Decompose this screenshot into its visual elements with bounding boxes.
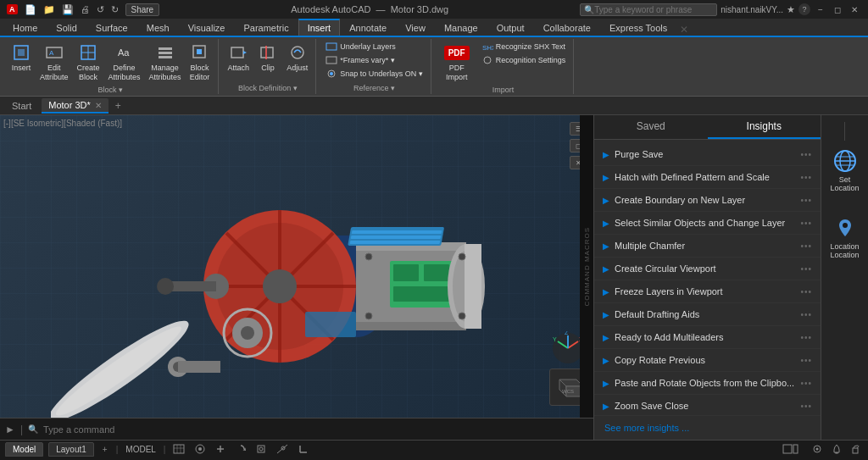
search-field[interactable] [594, 5, 713, 14]
undo-icon[interactable]: ↺ [97, 4, 104, 15]
subtab-start[interactable]: Start [5, 99, 38, 113]
insight-drafting-aids[interactable]: ▶ Default Drafting Aids ••• [594, 303, 821, 326]
polar-button[interactable] [233, 443, 248, 457]
manage-attributes-button[interactable]: ManageAttributes [147, 41, 184, 84]
minimize-button[interactable]: − [814, 3, 827, 16]
underlay-layers-button[interactable]: Underlay Layers [323, 41, 398, 53]
tab-home[interactable]: Home [3, 19, 47, 36]
tab-visualize[interactable]: Visualize [179, 19, 235, 36]
osnap-button[interactable] [253, 443, 269, 457]
location-button[interactable]: LocationLocation [825, 213, 865, 263]
tab-view[interactable]: View [396, 19, 435, 36]
block-editor-button[interactable]: BlockEditor [187, 41, 213, 84]
user-menu[interactable]: nishant.naikVY... [721, 5, 783, 14]
help-icon[interactable]: ? [798, 3, 810, 15]
insight-zoom-save-close[interactable]: ▶ Zoom Save Close ••• [594, 395, 821, 415]
edit-attribute-button[interactable]: A EditAttribute [37, 41, 71, 84]
snap-button[interactable] [192, 443, 208, 457]
open-icon[interactable]: 📁 [43, 4, 55, 15]
svg-point-25 [51, 319, 187, 421]
snap-underlays-button[interactable]: Snap to Underlays ON ▾ [323, 68, 426, 80]
viewport-display-button[interactable] [780, 443, 805, 457]
otrack-button[interactable] [274, 443, 291, 457]
insight-paste-rotate[interactable]: ▶ Paste and Rotate Objects from the Clip… [594, 372, 821, 395]
tab-express-tools[interactable]: Express Tools [600, 19, 676, 36]
recognition-settings-button[interactable]: Purge Save Recognition Settings [479, 54, 569, 66]
tab-insert[interactable]: Insert [298, 19, 341, 36]
insight-more-10[interactable]: ••• [800, 379, 812, 388]
tab-insights[interactable]: Insights [708, 115, 821, 139]
define-attributes-button[interactable]: Aa DefineAttributes [106, 41, 143, 84]
tab-manage[interactable]: Manage [435, 19, 487, 36]
create-block-button[interactable]: CreateBlock [75, 41, 103, 84]
share-button[interactable]: Share [125, 3, 160, 16]
tab-solid[interactable]: Solid [47, 19, 86, 36]
tab-annotate[interactable]: Annotate [340, 19, 396, 36]
see-more-button[interactable]: See more insights ... [594, 415, 821, 440]
tab-output[interactable]: Output [487, 19, 534, 36]
add-layout-button[interactable]: + [99, 443, 111, 456]
model-tab[interactable]: Model [5, 442, 43, 457]
restore-button[interactable]: ◻ [831, 3, 844, 16]
print-icon[interactable]: 🖨 [81, 4, 90, 14]
tab-collaborate[interactable]: Collaborate [534, 19, 600, 36]
tab-surface[interactable]: Surface [86, 19, 137, 36]
insight-more-8[interactable]: ••• [800, 333, 812, 342]
search-input-wrap[interactable]: 🔍 [580, 3, 717, 16]
insight-select-similar[interactable]: ▶ Select Similar Objects and Change Laye… [594, 212, 821, 235]
insight-hatch[interactable]: ▶ Hatch with Defined Pattern and Scale •… [594, 166, 821, 189]
ortho-button[interactable] [213, 443, 228, 457]
insight-more-0[interactable]: ••• [800, 150, 812, 159]
close-button[interactable]: ✕ [848, 3, 861, 16]
save-icon[interactable]: 💾 [62, 4, 74, 15]
lock-button[interactable] [848, 443, 863, 457]
ribbon-overflow[interactable]: ✕ [680, 24, 688, 36]
tab-saved[interactable]: Saved [594, 115, 708, 139]
insight-create-boundary[interactable]: ▶ Create Boundary on New Layer ••• [594, 189, 821, 212]
insight-copy-rotate[interactable]: ▶ Copy Rotate Previous ••• [594, 349, 821, 372]
new-icon[interactable]: 📄 [25, 4, 36, 15]
star-icon[interactable]: ★ [787, 4, 795, 15]
subtab-close-motor3d[interactable]: ✕ [95, 101, 102, 110]
tab-mesh[interactable]: Mesh [137, 19, 179, 36]
insight-label-5: Create Circular Viewport [615, 263, 800, 274]
command-input[interactable] [43, 424, 588, 435]
insight-more-9[interactable]: ••• [800, 356, 812, 365]
insight-more-11[interactable]: ••• [800, 402, 812, 411]
ducs-button[interactable] [296, 443, 311, 457]
svg-rect-41 [350, 241, 441, 244]
insight-purge-save[interactable]: ▶ Purge Save ••• [594, 143, 821, 166]
insight-circular-viewport[interactable]: ▶ Create Circular Viewport ••• [594, 258, 821, 280]
add-tab-button[interactable]: + [112, 98, 125, 114]
grid-button[interactable] [170, 443, 187, 457]
insight-more-7[interactable]: ••• [800, 310, 812, 319]
tab-parametric[interactable]: Parametric [234, 19, 298, 36]
insight-more-2[interactable]: ••• [800, 196, 812, 205]
insert-button[interactable]: Insert [8, 41, 34, 75]
set-location-label: SetLocation [830, 175, 859, 192]
adjust-button[interactable]: Adjust [284, 41, 310, 75]
insight-more-3[interactable]: ••• [800, 219, 812, 228]
insight-freeze-layers[interactable]: ▶ Freeze Layers in Viewport ••• [594, 280, 821, 303]
autocad-logo: A [7, 4, 18, 14]
settings-button[interactable] [809, 443, 826, 457]
insight-chamfer[interactable]: ▶ Multiple Chamfer ••• [594, 235, 821, 258]
layout1-tab[interactable]: Layout1 [48, 442, 94, 457]
redo-icon[interactable]: ↻ [111, 4, 119, 15]
insight-multileaders[interactable]: ▶ Ready to Add Multileaders ••• [594, 326, 821, 349]
insight-more-6[interactable]: ••• [800, 287, 812, 297]
subtab-motor3d[interactable]: Motor 3D* ✕ [42, 98, 108, 114]
clip-button[interactable]: Clip [255, 41, 281, 75]
set-location-button[interactable]: SetLocation [825, 146, 865, 196]
insight-more-4[interactable]: ••• [800, 241, 812, 251]
pdf-import-button[interactable]: PDF PDFImport [438, 41, 476, 84]
status-sep-2: | [164, 445, 166, 454]
model-space-button[interactable]: MODEL [123, 444, 159, 455]
frames-vary-button[interactable]: *Frames vary* ▾ [323, 54, 398, 66]
recognize-shx-button[interactable]: SHX Recognize SHX Text [479, 41, 569, 53]
insight-more-5[interactable]: ••• [800, 264, 812, 274]
insight-more-1[interactable]: ••• [800, 173, 812, 182]
block-editor-label: BlockEditor [190, 64, 210, 82]
attach-button[interactable]: Attach [225, 41, 253, 75]
notification-button[interactable] [829, 443, 844, 457]
